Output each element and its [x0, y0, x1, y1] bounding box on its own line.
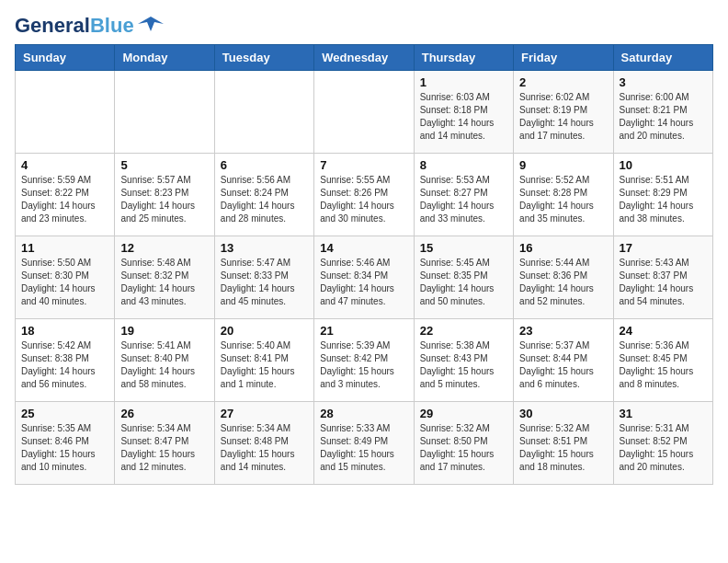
day-info: Sunrise: 5:32 AM Sunset: 8:51 PM Dayligh…	[519, 422, 607, 474]
calendar-day-8: 8Sunrise: 5:53 AM Sunset: 8:27 PM Daylig…	[414, 154, 513, 236]
calendar-empty-cell	[214, 71, 313, 154]
calendar-day-18: 18Sunrise: 5:42 AM Sunset: 8:38 PM Dayli…	[16, 319, 115, 402]
calendar-day-3: 3Sunrise: 6:00 AM Sunset: 8:21 PM Daylig…	[613, 71, 712, 154]
day-number: 13	[221, 241, 308, 255]
logo-bird-icon	[138, 15, 164, 37]
day-info: Sunrise: 5:34 AM Sunset: 8:48 PM Dayligh…	[221, 422, 308, 474]
calendar-day-28: 28Sunrise: 5:33 AM Sunset: 8:49 PM Dayli…	[314, 402, 414, 485]
day-info: Sunrise: 5:53 AM Sunset: 8:27 PM Dayligh…	[420, 174, 507, 225]
day-number: 6	[221, 158, 308, 172]
day-number: 8	[420, 158, 507, 172]
calendar-day-22: 22Sunrise: 5:38 AM Sunset: 8:43 PM Dayli…	[414, 319, 513, 402]
day-number: 14	[320, 241, 407, 255]
calendar-day-10: 10Sunrise: 5:51 AM Sunset: 8:29 PM Dayli…	[613, 154, 712, 236]
day-info: Sunrise: 5:32 AM Sunset: 8:50 PM Dayligh…	[420, 422, 507, 474]
day-info: Sunrise: 6:02 AM Sunset: 8:19 PM Dayligh…	[519, 91, 607, 143]
calendar-day-17: 17Sunrise: 5:43 AM Sunset: 8:37 PM Dayli…	[613, 236, 712, 319]
calendar-day-1: 1Sunrise: 6:03 AM Sunset: 8:18 PM Daylig…	[414, 71, 513, 154]
calendar-day-5: 5Sunrise: 5:57 AM Sunset: 8:23 PM Daylig…	[115, 154, 214, 236]
page-header: GeneralBlue	[15, 15, 713, 37]
day-number: 9	[519, 158, 607, 172]
day-number: 26	[120, 407, 208, 420]
day-number: 19	[120, 324, 208, 338]
calendar-week-row: 18Sunrise: 5:42 AM Sunset: 8:38 PM Dayli…	[16, 319, 713, 402]
day-info: Sunrise: 5:46 AM Sunset: 8:34 PM Dayligh…	[320, 257, 407, 308]
calendar-day-15: 15Sunrise: 5:45 AM Sunset: 8:35 PM Dayli…	[414, 236, 513, 319]
day-info: Sunrise: 5:41 AM Sunset: 8:40 PM Dayligh…	[120, 339, 208, 391]
svg-marker-0	[138, 17, 164, 31]
calendar-day-27: 27Sunrise: 5:34 AM Sunset: 8:48 PM Dayli…	[214, 402, 313, 485]
day-info: Sunrise: 5:33 AM Sunset: 8:49 PM Dayligh…	[320, 422, 407, 474]
calendar-day-31: 31Sunrise: 5:31 AM Sunset: 8:52 PM Dayli…	[613, 402, 712, 485]
day-info: Sunrise: 5:48 AM Sunset: 8:32 PM Dayligh…	[120, 257, 208, 308]
day-number: 18	[21, 324, 108, 338]
day-info: Sunrise: 5:42 AM Sunset: 8:38 PM Dayligh…	[21, 339, 108, 391]
calendar-day-12: 12Sunrise: 5:48 AM Sunset: 8:32 PM Dayli…	[115, 236, 214, 319]
day-info: Sunrise: 5:34 AM Sunset: 8:47 PM Dayligh…	[120, 422, 208, 474]
weekday-header-wednesday: Wednesday	[314, 45, 414, 71]
calendar-day-19: 19Sunrise: 5:41 AM Sunset: 8:40 PM Dayli…	[115, 319, 214, 402]
calendar-day-29: 29Sunrise: 5:32 AM Sunset: 8:50 PM Dayli…	[414, 402, 513, 485]
calendar-day-4: 4Sunrise: 5:59 AM Sunset: 8:22 PM Daylig…	[16, 154, 115, 236]
weekday-header-saturday: Saturday	[613, 45, 712, 71]
calendar-day-20: 20Sunrise: 5:40 AM Sunset: 8:41 PM Dayli…	[214, 319, 313, 402]
day-info: Sunrise: 5:51 AM Sunset: 8:29 PM Dayligh…	[620, 174, 707, 225]
day-info: Sunrise: 5:31 AM Sunset: 8:52 PM Dayligh…	[620, 422, 707, 474]
day-number: 16	[519, 241, 607, 255]
weekday-header-monday: Monday	[115, 45, 214, 71]
day-number: 28	[320, 407, 407, 420]
day-number: 31	[620, 407, 707, 420]
calendar-table: SundayMondayTuesdayWednesdayThursdayFrid…	[15, 44, 713, 485]
day-info: Sunrise: 5:43 AM Sunset: 8:37 PM Dayligh…	[620, 257, 707, 308]
calendar-day-6: 6Sunrise: 5:56 AM Sunset: 8:24 PM Daylig…	[214, 154, 313, 236]
weekday-header-row: SundayMondayTuesdayWednesdayThursdayFrid…	[16, 45, 713, 71]
calendar-day-9: 9Sunrise: 5:52 AM Sunset: 8:28 PM Daylig…	[514, 154, 613, 236]
day-number: 23	[519, 324, 607, 338]
day-info: Sunrise: 5:40 AM Sunset: 8:41 PM Dayligh…	[221, 339, 308, 391]
logo: GeneralBlue	[15, 15, 164, 37]
day-info: Sunrise: 5:38 AM Sunset: 8:43 PM Dayligh…	[420, 339, 507, 391]
calendar-empty-cell	[115, 71, 214, 154]
day-number: 20	[221, 324, 308, 338]
calendar-day-25: 25Sunrise: 5:35 AM Sunset: 8:46 PM Dayli…	[16, 402, 115, 485]
day-info: Sunrise: 5:35 AM Sunset: 8:46 PM Dayligh…	[21, 422, 108, 474]
calendar-week-row: 11Sunrise: 5:50 AM Sunset: 8:30 PM Dayli…	[16, 236, 713, 319]
day-info: Sunrise: 5:55 AM Sunset: 8:26 PM Dayligh…	[320, 174, 407, 225]
calendar-day-13: 13Sunrise: 5:47 AM Sunset: 8:33 PM Dayli…	[214, 236, 313, 319]
day-info: Sunrise: 5:39 AM Sunset: 8:42 PM Dayligh…	[320, 339, 407, 391]
weekday-header-tuesday: Tuesday	[214, 45, 313, 71]
day-info: Sunrise: 5:52 AM Sunset: 8:28 PM Dayligh…	[519, 174, 607, 225]
day-info: Sunrise: 6:03 AM Sunset: 8:18 PM Dayligh…	[420, 91, 507, 143]
day-number: 2	[519, 75, 607, 89]
day-info: Sunrise: 6:00 AM Sunset: 8:21 PM Dayligh…	[620, 91, 707, 143]
calendar-day-23: 23Sunrise: 5:37 AM Sunset: 8:44 PM Dayli…	[514, 319, 613, 402]
day-number: 27	[221, 407, 308, 420]
day-number: 24	[620, 324, 707, 338]
day-number: 5	[120, 158, 208, 172]
day-number: 15	[420, 241, 507, 255]
calendar-day-30: 30Sunrise: 5:32 AM Sunset: 8:51 PM Dayli…	[514, 402, 613, 485]
calendar-week-row: 4Sunrise: 5:59 AM Sunset: 8:22 PM Daylig…	[16, 154, 713, 236]
day-info: Sunrise: 5:45 AM Sunset: 8:35 PM Dayligh…	[420, 257, 507, 308]
calendar-empty-cell	[314, 71, 414, 154]
calendar-day-14: 14Sunrise: 5:46 AM Sunset: 8:34 PM Dayli…	[314, 236, 414, 319]
day-number: 11	[21, 241, 108, 255]
day-info: Sunrise: 5:37 AM Sunset: 8:44 PM Dayligh…	[519, 339, 607, 391]
day-number: 22	[420, 324, 507, 338]
calendar-week-row: 25Sunrise: 5:35 AM Sunset: 8:46 PM Dayli…	[16, 402, 713, 485]
day-info: Sunrise: 5:50 AM Sunset: 8:30 PM Dayligh…	[21, 257, 108, 308]
calendar-day-24: 24Sunrise: 5:36 AM Sunset: 8:45 PM Dayli…	[613, 319, 712, 402]
day-info: Sunrise: 5:47 AM Sunset: 8:33 PM Dayligh…	[221, 257, 308, 308]
day-number: 21	[320, 324, 407, 338]
calendar-day-11: 11Sunrise: 5:50 AM Sunset: 8:30 PM Dayli…	[16, 236, 115, 319]
calendar-empty-cell	[16, 71, 115, 154]
calendar-day-2: 2Sunrise: 6:02 AM Sunset: 8:19 PM Daylig…	[514, 71, 613, 154]
calendar-day-16: 16Sunrise: 5:44 AM Sunset: 8:36 PM Dayli…	[514, 236, 613, 319]
calendar-day-21: 21Sunrise: 5:39 AM Sunset: 8:42 PM Dayli…	[314, 319, 414, 402]
day-number: 29	[420, 407, 507, 420]
day-info: Sunrise: 5:59 AM Sunset: 8:22 PM Dayligh…	[21, 174, 108, 225]
day-info: Sunrise: 5:56 AM Sunset: 8:24 PM Dayligh…	[221, 174, 308, 225]
calendar-week-row: 1Sunrise: 6:03 AM Sunset: 8:18 PM Daylig…	[16, 71, 713, 154]
day-number: 30	[519, 407, 607, 420]
day-number: 4	[21, 158, 108, 172]
